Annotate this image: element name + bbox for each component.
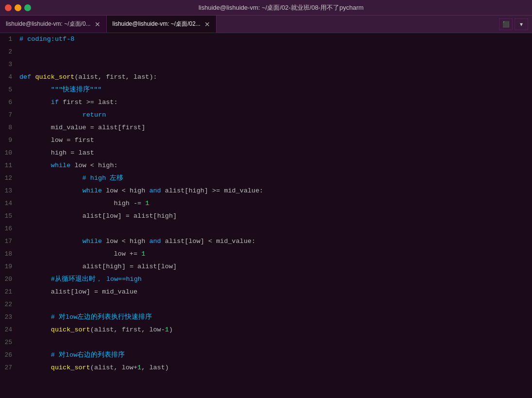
- code-line-27: 27 quick_sort(alist, low+1, last): [0, 362, 532, 374]
- line-content-19: alist[high] = alist[low]: [17, 260, 177, 273]
- tab-2-close[interactable]: ✕: [204, 20, 210, 28]
- line-num-15: 15: [0, 210, 17, 223]
- line-content-8: mid_value = alist[first]: [17, 121, 145, 134]
- code-line-25: 25: [0, 336, 532, 349]
- line-content-23: # 对low左边的列表执行快速排序: [17, 311, 152, 324]
- line-num-1: 1: [0, 33, 17, 46]
- code-line-26: 26 # 对low右边的列表排序: [0, 349, 532, 362]
- code-line-24: 24 quick_sort(alist, first, low-1): [0, 324, 532, 336]
- line-content-12: # high 左移: [17, 172, 123, 185]
- line-num-18: 18: [0, 248, 17, 260]
- line-num-9: 9: [0, 134, 17, 147]
- line-content-20: #从循环退出时， low==high: [17, 273, 142, 286]
- line-num-26: 26: [0, 349, 17, 362]
- code-line-20: 20 #从循环退出时， low==high: [0, 273, 532, 286]
- line-content-14: high -= 1: [17, 197, 149, 210]
- code-editor[interactable]: 1 # coding:utf-8 2 3 4 def quick_sort(al…: [0, 33, 532, 398]
- line-num-14: 14: [0, 197, 17, 210]
- tab-list-button[interactable]: ⬛: [499, 18, 513, 30]
- code-line-15: 15 alist[low] = alist[high]: [0, 210, 532, 223]
- line-content-26: # 对low右边的列表排序: [17, 349, 125, 362]
- tab-1-close[interactable]: ✕: [95, 20, 100, 28]
- line-num-2: 2: [0, 46, 17, 58]
- tab-2-label: lishuide@lishuide-vm: ~/桌面/02...: [113, 20, 200, 28]
- code-line-1: 1 # coding:utf-8: [0, 33, 532, 46]
- code-line-9: 9 low = first: [0, 134, 532, 147]
- minimize-button[interactable]: [15, 4, 21, 11]
- code-line-16: 16: [0, 223, 532, 235]
- line-content-16: [17, 223, 23, 235]
- code-line-19: 19 alist[high] = alist[low]: [0, 260, 532, 273]
- line-content-13: while low < high and alist[high] >= mid_…: [17, 185, 263, 197]
- line-num-24: 24: [0, 324, 17, 336]
- line-num-16: 16: [0, 223, 17, 235]
- line-content-2: [17, 46, 23, 58]
- line-num-10: 10: [0, 147, 17, 159]
- line-num-17: 17: [0, 235, 17, 248]
- code-line-23: 23 # 对low左边的列表执行快速排序: [0, 311, 532, 324]
- line-num-5: 5: [0, 84, 17, 96]
- line-content-3: [17, 58, 23, 71]
- line-content-5: """快速排序""": [17, 84, 101, 96]
- line-num-21: 21: [0, 286, 17, 298]
- line-content-25: [17, 336, 23, 349]
- window-controls: [5, 4, 31, 11]
- line-content-22: [17, 298, 23, 311]
- code-line-13: 13 while low < high and alist[high] >= m…: [0, 185, 532, 197]
- line-num-19: 19: [0, 260, 17, 273]
- line-content-17: while low < high and alist[low] < mid_va…: [17, 235, 255, 248]
- line-num-22: 22: [0, 298, 17, 311]
- code-line-17: 17 while low < high and alist[low] < mid…: [0, 235, 532, 248]
- window-title: lishuide@lishuide-vm: ~/桌面/02-就业班/08-用不了…: [35, 3, 527, 12]
- line-num-13: 13: [0, 185, 17, 197]
- line-num-4: 4: [0, 71, 17, 84]
- maximize-button[interactable]: [24, 4, 31, 11]
- line-content-27: quick_sort(alist, low+1, last): [17, 362, 169, 374]
- code-line-11: 11 while low < high:: [0, 159, 532, 172]
- code-line-18: 18 low += 1: [0, 248, 532, 260]
- code-line-2: 2: [0, 46, 532, 58]
- tab-2[interactable]: lishuide@lishuide-vm: ~/桌面/02... ✕: [107, 16, 216, 33]
- line-num-3: 3: [0, 58, 17, 71]
- line-num-23: 23: [0, 311, 17, 324]
- code-line-3: 3: [0, 58, 532, 71]
- line-content-18: low += 1: [17, 248, 145, 260]
- code-line-10: 10 high = last: [0, 147, 532, 159]
- line-content-24: quick_sort(alist, first, low-1): [17, 324, 173, 336]
- code-line-8: 8 mid_value = alist[first]: [0, 121, 532, 134]
- code-line-12: 12 # high 左移: [0, 172, 532, 185]
- code-line-5: 5 """快速排序""": [0, 84, 532, 96]
- line-content-7: return: [17, 109, 106, 121]
- line-num-7: 7: [0, 109, 17, 121]
- code-line-6: 6 if first >= last:: [0, 96, 532, 109]
- line-num-27: 27: [0, 362, 17, 374]
- close-button[interactable]: [5, 4, 12, 11]
- line-content-10: high = last: [17, 147, 94, 159]
- tab-actions: ⬛ ▾: [495, 16, 532, 33]
- line-content-1: # coding:utf-8: [17, 33, 74, 46]
- code-line-7: 7 return: [0, 109, 532, 121]
- line-num-8: 8: [0, 121, 17, 134]
- tab-1[interactable]: lishuide@lishuide-vm: ~/桌面/0... ✕: [0, 16, 107, 33]
- tab-bar: lishuide@lishuide-vm: ~/桌面/0... ✕ lishui…: [0, 16, 532, 33]
- code-line-14: 14 high -= 1: [0, 197, 532, 210]
- code-line-4: 4 def quick_sort(alist, first, last):: [0, 71, 532, 84]
- code-line-22: 22: [0, 298, 532, 311]
- line-num-25: 25: [0, 336, 17, 349]
- line-content-15: alist[low] = alist[high]: [17, 210, 177, 223]
- line-num-20: 20: [0, 273, 17, 286]
- line-num-11: 11: [0, 159, 17, 172]
- line-num-6: 6: [0, 96, 17, 109]
- tab-1-label: lishuide@lishuide-vm: ~/桌面/0...: [6, 20, 91, 28]
- code-line-21: 21 alist[low] = mid_value: [0, 286, 532, 298]
- line-num-12: 12: [0, 172, 17, 185]
- line-content-9: low = first: [17, 134, 94, 147]
- line-content-6: if first >= last:: [17, 96, 118, 109]
- tab-dropdown-button[interactable]: ▾: [515, 18, 528, 30]
- line-content-11: while low < high:: [17, 159, 118, 172]
- line-content-21: alist[low] = mid_value: [17, 286, 137, 298]
- title-bar: lishuide@lishuide-vm: ~/桌面/02-就业班/08-用不了…: [0, 0, 532, 16]
- line-content-4: def quick_sort(alist, first, last):: [17, 71, 157, 84]
